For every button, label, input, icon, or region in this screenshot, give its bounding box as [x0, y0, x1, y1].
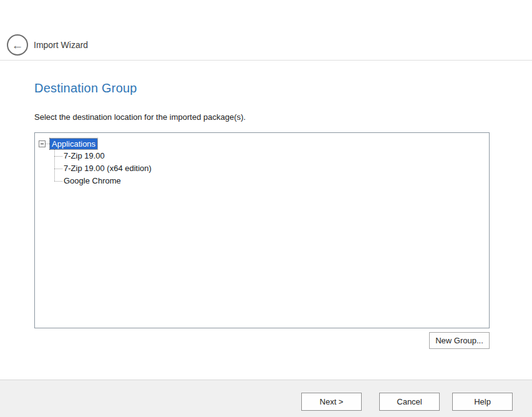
- tree-connector-stub: [54, 181, 62, 182]
- tree-node-applications[interactable]: Applications: [35, 137, 489, 150]
- page-title: Destination Group: [34, 81, 137, 96]
- footer-bar: Next > Cancel Help: [0, 380, 532, 417]
- next-button[interactable]: Next >: [301, 393, 362, 411]
- wizard-title: Import Wizard: [34, 40, 88, 50]
- minus-icon-line: [41, 144, 44, 144]
- tree-node-7zip-x64[interactable]: 7-Zip 19.00 (x64 edition): [35, 162, 489, 175]
- tree-node-label-selected[interactable]: Applications: [50, 139, 97, 149]
- tree-children-group: 7-Zip 19.00 7-Zip 19.00 (x64 edition) Go…: [35, 150, 489, 187]
- back-arrow-icon: ←: [12, 39, 24, 51]
- wizard-header-left: ← Import Wizard: [7, 34, 88, 56]
- collapse-minus-icon[interactable]: [39, 140, 46, 147]
- tree-node-label[interactable]: 7-Zip 19.00: [64, 151, 105, 160]
- destination-tree: Applications 7-Zip 19.00 7-Zip 19.00 (x6…: [35, 133, 489, 328]
- tree-node-google-chrome[interactable]: Google Chrome: [35, 175, 489, 187]
- tree-node-label[interactable]: 7-Zip 19.00 (x64 edition): [64, 164, 152, 173]
- wizard-header: ← Import Wizard: [0, 0, 532, 61]
- tree-connector-stub: [54, 156, 62, 157]
- tree-connector-stub: [46, 144, 50, 144]
- help-button[interactable]: Help: [452, 393, 513, 411]
- page-description: Select the destination location for the …: [34, 112, 246, 122]
- tree-node-7zip[interactable]: 7-Zip 19.00: [35, 150, 489, 162]
- tree-node-label[interactable]: Google Chrome: [64, 176, 121, 185]
- new-group-button[interactable]: New Group...: [429, 332, 490, 349]
- destination-tree-panel: Applications 7-Zip 19.00 7-Zip 19.00 (x6…: [34, 132, 490, 328]
- tree-connector-line: [54, 148, 55, 181]
- back-button[interactable]: ←: [7, 34, 28, 56]
- import-wizard-window: ✕ ← Import Wizard Destination Group Sele…: [0, 0, 532, 417]
- tree-connector-stub: [54, 169, 62, 169]
- cancel-button[interactable]: Cancel: [379, 393, 440, 411]
